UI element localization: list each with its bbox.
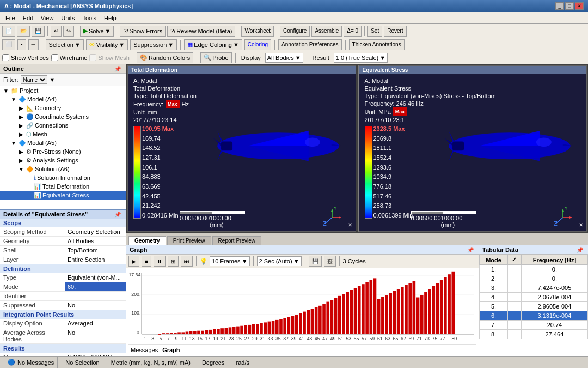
outline-pin[interactable]: 📌 [113,66,122,72]
row-1-check[interactable] [508,265,522,274]
details-val-mode[interactable]: 60. [65,282,126,291]
menu-view[interactable]: View [38,14,57,22]
menu-help[interactable]: Help [101,14,120,22]
thicken-annotations-btn[interactable]: Thicken Annotations [349,39,405,50]
svg-text:15: 15 [197,335,203,341]
tree-item-geometry[interactable]: ▶ 📐 Geometry [0,104,126,112]
selection-dropdown[interactable]: Selection▼ [46,39,84,50]
filter-select[interactable]: Name [21,75,47,84]
solve-btn[interactable]: ▶ Solve ▼ [80,26,114,37]
menu-file[interactable]: File [2,14,19,22]
visibility-dropdown[interactable]: 👁 Visibility▼ [86,39,128,50]
undo-btn[interactable]: ↩ [51,26,62,37]
vp-right-close[interactable]: ✕ [579,222,583,228]
viewport-total-deformation[interactable]: Total Deformation A: Modal Total Deforma… [127,65,356,232]
table-row[interactable]: 2. 0. [480,274,588,283]
select-edge-btn[interactable]: ─ [28,39,39,50]
revert-btn[interactable]: Revert [384,26,406,37]
row-3-check[interactable] [508,283,522,293]
save-btn[interactable]: 💾 [32,26,45,37]
tree-item-total-deform[interactable]: 📊 Total Deformation [0,182,126,191]
anim-end-btn[interactable]: ⏭ [181,256,193,267]
cb-left-4: 127.31 [142,155,179,161]
anim-play-btn[interactable]: ▶ [128,256,139,267]
table-row[interactable]: 4. 2.0678e-004 [480,293,588,302]
table-row[interactable]: 5. 2.9605e-004 [480,302,588,311]
coloring-btn[interactable]: Coloring [244,39,271,50]
table-row[interactable]: 1. 0. [480,265,588,274]
tab-print-preview[interactable]: Print Preview [167,236,211,245]
row-2-check[interactable] [508,274,522,283]
table-row[interactable]: 3. 7.4247e-005 [480,283,588,293]
random-colors-btn[interactable]: 🎨 Random Colors [137,52,193,63]
row-8-check[interactable] [508,330,522,339]
image-btn[interactable]: 🖼 [324,256,336,267]
table-row[interactable]: 8. 27.464 [480,330,588,339]
tree-item-modal-a5[interactable]: ▼ 🔷 Modal (A5) [0,138,126,147]
show-vertices-checkbox[interactable] [2,54,9,61]
close-btn[interactable]: ✕ [575,2,584,10]
export-btn[interactable]: 💾 [309,256,322,267]
tab-geometry[interactable]: Geometry [128,236,166,245]
tree-item-project[interactable]: ▼ 📁 Project [0,86,126,95]
worksheet-btn[interactable]: Worksheet [241,26,274,37]
review-model-btn[interactable]: ?/ Review Model (Beta) [167,26,235,37]
redo-btn[interactable]: ↪ [63,26,74,37]
wireframe-check[interactable]: Wireframe [51,54,88,61]
all-bodies-dropdown[interactable]: All Bodies ▼ [265,53,303,63]
tree-item-solution-a6[interactable]: ▼ 🔶 Solution (A6) [0,165,126,173]
annotation-prefs-btn[interactable]: Annotation Preferences [278,39,342,50]
set-btn[interactable]: Set [367,26,382,37]
messages-tab[interactable]: Messages [131,347,158,353]
window-controls[interactable]: _ □ ✕ [555,2,584,10]
anim-bar-btn[interactable]: ⊞ [168,256,179,267]
assemble-btn[interactable]: Assemble [311,26,342,37]
tabular-pin[interactable]: 📌 [575,247,585,253]
maximize-btn[interactable]: □ [565,2,574,10]
menu-tools[interactable]: Tools [79,14,100,22]
tree-item-coord-systems[interactable]: ▶ 🔵 Coordinate Systems [0,112,126,121]
probe-btn[interactable]: 🔍 Probe [200,52,231,63]
row-7-num: 7. [480,321,508,330]
configure-btn[interactable]: Configure [280,26,310,37]
wireframe-checkbox[interactable] [51,54,58,61]
tree-item-equiv-stress[interactable]: 📊 Equivalent Stress [0,191,126,200]
new-btn[interactable]: 📄 [2,26,15,37]
vp-left-close[interactable]: ✕ [348,222,352,228]
show-mesh-check[interactable]: Show Mesh [89,54,129,61]
tree-item-connections[interactable]: ▶ 🔗 Connections [0,121,126,130]
details-pin[interactable]: 📌 [113,212,122,218]
suppression-dropdown[interactable]: Suppression▼ [130,39,177,50]
row-4-check[interactable] [508,293,522,302]
menu-units[interactable]: Units [58,14,78,22]
tab-report-preview[interactable]: Report Preview [212,236,261,245]
select-vertex-btn[interactable]: • [17,39,26,50]
tree-item-mesh[interactable]: ▶ ⬡ Mesh [0,130,126,138]
duration-dropdown[interactable]: 2 Sec (Auto) ▼ [257,256,302,266]
row-6-check[interactable] [508,311,522,321]
open-btn[interactable]: 📂 [17,26,30,37]
graph-pin[interactable]: 📌 [465,247,475,253]
viewport-equiv-stress[interactable]: Equivalent Stress A: Modal Equivalent St… [358,65,587,232]
tree-item-sol-info[interactable]: ℹ Solution Information [0,173,126,182]
anim-step-btn[interactable]: ⏸ [154,256,166,267]
graph-tab[interactable]: Graph [162,347,180,353]
row-7-check[interactable] [508,321,522,330]
row-5-check[interactable] [508,302,522,311]
minimize-btn[interactable]: _ [555,2,564,10]
show-errors-btn[interactable]: ?/ Show Errors [120,26,166,37]
table-row[interactable]: 7. 20.74 [480,321,588,330]
select-mode-btn[interactable]: ⬜ [2,39,15,50]
frames-dropdown[interactable]: 10 Frames ▼ [210,256,249,266]
table-row-selected[interactable]: 6. 3.1319e-004 [480,311,588,321]
menu-edit[interactable]: Edit [20,14,36,22]
result-scale-dropdown[interactable]: 1.0 (True Scale) ▼ [334,53,388,63]
tree-item-analysis-settings[interactable]: ▶ ⚙ Analysis Settings [0,156,126,165]
svg-rect-71 [252,324,255,334]
tree-item-model-a4[interactable]: ▼ 🔷 Model (A4) [0,95,126,104]
edge-coloring-dropdown[interactable]: ▦ Edge Coloring▼ [184,39,242,50]
show-vertices-check[interactable]: Show Vertices [2,54,49,61]
anim-stop-btn[interactable]: ■ [142,256,151,267]
svg-text:29: 29 [252,335,258,341]
tree-item-prestress[interactable]: ▶ ⚙ Pre-Stress (None) [0,147,126,156]
